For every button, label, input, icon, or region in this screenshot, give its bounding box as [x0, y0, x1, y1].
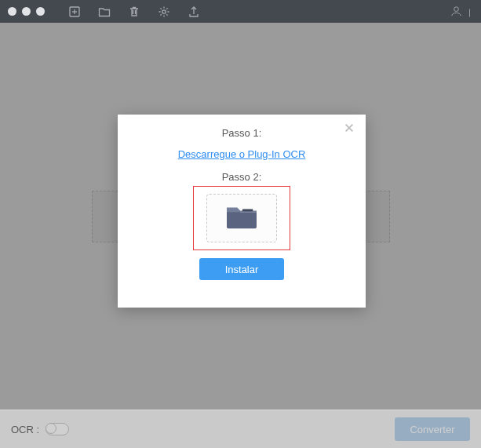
add-file-icon[interactable] [68, 5, 81, 18]
svg-point-4 [454, 7, 459, 12]
close-window-button[interactable] [8, 7, 16, 16]
ocr-toggle[interactable] [46, 423, 69, 435]
folder-large-icon [224, 202, 260, 235]
install-dropzone[interactable] [206, 194, 277, 242]
window-controls [8, 7, 45, 16]
step2-label: Passo 2: [132, 171, 352, 183]
download-ocr-link[interactable]: Descarregue o Plug-In OCR [132, 148, 352, 160]
trash-icon[interactable] [128, 5, 140, 18]
toggle-knob [46, 423, 56, 434]
svg-point-3 [162, 9, 166, 13]
menu-divider-icon [468, 6, 472, 20]
gear-icon[interactable] [158, 5, 170, 18]
install-button[interactable]: Instalar [199, 258, 284, 280]
close-icon[interactable] [344, 122, 356, 135]
svg-rect-7 [242, 209, 253, 212]
minimize-window-button[interactable] [22, 7, 31, 16]
titlebar [0, 0, 481, 23]
install-dropzone-highlight [193, 186, 290, 250]
maximize-window-button[interactable] [36, 7, 45, 16]
folder-icon[interactable] [98, 5, 111, 18]
footer-bar: OCR : Converter [0, 410, 481, 448]
ocr-label: OCR : [11, 424, 39, 435]
convert-button[interactable]: Converter [395, 417, 470, 441]
toolbar [68, 5, 200, 18]
account-icon[interactable] [450, 5, 463, 21]
step1-label: Passo 1: [132, 127, 352, 139]
export-icon[interactable] [188, 5, 200, 18]
titlebar-right [450, 5, 472, 21]
ocr-plugin-modal: Passo 1: Descarregue o Plug-In OCR Passo… [118, 115, 366, 308]
